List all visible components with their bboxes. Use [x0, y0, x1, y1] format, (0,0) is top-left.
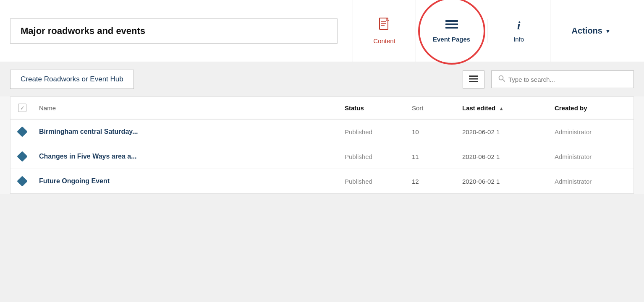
search-icon — [498, 75, 505, 83]
tab-content-label: Content — [373, 37, 395, 44]
row-checkbox-2 — [10, 153, 34, 160]
row-name-3[interactable]: Future Ongoing Event — [34, 177, 340, 185]
tab-event-pages-label: Event Pages — [433, 36, 470, 43]
table-row: Future Ongoing Event Published 12 2020-0… — [10, 169, 634, 193]
actions-chevron-icon: ▼ — [605, 28, 611, 34]
list-view-icon — [469, 75, 478, 84]
info-icon: i — [517, 19, 521, 32]
search-box[interactable] — [491, 70, 634, 88]
col-last-edited-header: Last edited ▲ — [457, 104, 550, 112]
row-created-by-1: Administrator — [550, 128, 634, 135]
svg-line-12 — [503, 80, 505, 82]
row-last-edited-1: 2020-06-02 1 — [457, 128, 550, 135]
table-container: ✓ Name Status Sort Last edited ▲ Created… — [10, 96, 634, 194]
row-status-3: Published — [340, 178, 407, 185]
row-icon-2 — [18, 153, 26, 160]
svg-rect-10 — [469, 81, 478, 82]
create-button[interactable]: Create Roadworks or Event Hub — [10, 70, 134, 89]
header-title-area: Major roadworks and events — [0, 0, 353, 62]
row-sort-2: 11 — [407, 153, 457, 160]
svg-rect-7 — [445, 27, 458, 29]
table-area: ✓ Name Status Sort Last edited ▲ Created… — [0, 96, 644, 194]
row-last-edited-2: 2020-06-02 1 — [457, 153, 550, 160]
row-created-by-3: Administrator — [550, 178, 634, 185]
search-input[interactable] — [508, 76, 627, 83]
row-icon-3 — [18, 177, 26, 185]
tab-actions[interactable]: Actions ▼ — [550, 0, 632, 62]
select-all-checkbox[interactable]: ✓ — [18, 104, 26, 112]
toolbar-row: Create Roadworks or Event Hub — [0, 62, 644, 96]
table-row: Changes in Five Ways area a... Published… — [10, 144, 634, 169]
row-icon-1 — [18, 128, 26, 135]
tab-event-pages-wrapper: Event Pages — [416, 0, 487, 62]
table-header: ✓ Name Status Sort Last edited ▲ Created… — [10, 97, 634, 120]
table-row: Birmingham central Saturday... Published… — [10, 120, 634, 144]
svg-rect-9 — [469, 78, 478, 79]
row-status-2: Published — [340, 153, 407, 160]
row-checkbox-1 — [10, 128, 34, 135]
tab-info[interactable]: i Info — [487, 0, 550, 62]
col-status-header: Status — [340, 104, 407, 112]
svg-rect-6 — [445, 23, 458, 25]
actions-label: Actions — [572, 26, 602, 36]
svg-rect-8 — [469, 76, 478, 77]
svg-rect-5 — [445, 20, 458, 22]
header-bar: Major roadworks and events Content — [0, 0, 644, 62]
list-view-button[interactable] — [463, 70, 484, 89]
tab-event-pages[interactable]: Event Pages — [416, 19, 487, 43]
row-created-by-2: Administrator — [550, 153, 634, 160]
sort-arrow-icon: ▲ — [499, 106, 504, 112]
col-sort-header: Sort — [407, 104, 457, 112]
tab-info-label: Info — [513, 36, 524, 43]
tab-content[interactable]: Content — [353, 0, 416, 62]
row-sort-3: 12 — [407, 178, 457, 185]
row-status-1: Published — [340, 128, 407, 135]
content-icon — [379, 18, 390, 34]
row-checkbox-3 — [10, 177, 34, 185]
header-checkbox-cell: ✓ — [10, 104, 34, 112]
event-pages-icon — [445, 19, 458, 32]
row-last-edited-3: 2020-06-02 1 — [457, 178, 550, 185]
row-name-2[interactable]: Changes in Five Ways area a... — [34, 153, 340, 160]
col-name-header: Name — [34, 104, 340, 112]
col-created-by-header: Created by — [550, 104, 634, 112]
page-title: Major roadworks and events — [10, 18, 338, 44]
row-sort-1: 10 — [407, 128, 457, 135]
row-name-1[interactable]: Birmingham central Saturday... — [34, 128, 340, 135]
header-tabs: Content Event Pages i Info — [353, 0, 632, 62]
